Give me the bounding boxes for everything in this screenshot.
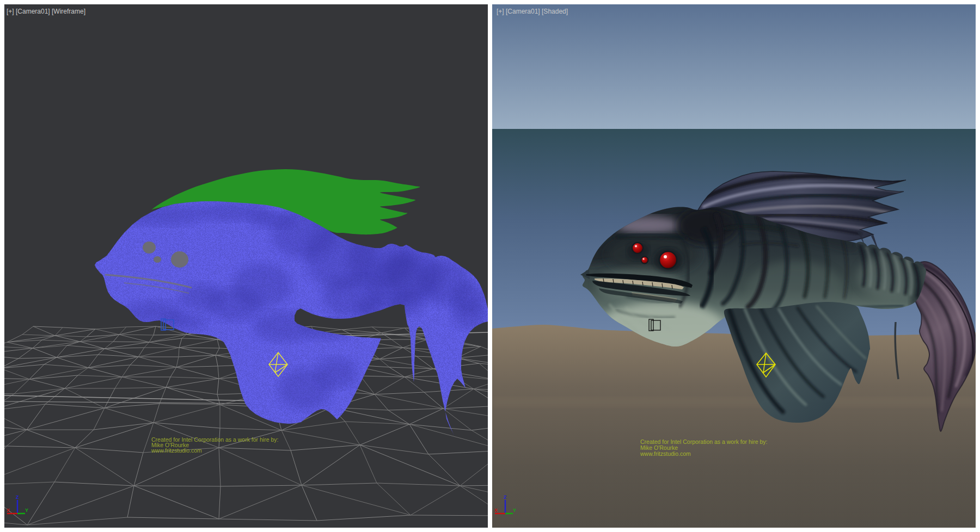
svg-text:[+] [Camera01] [Wireframe]: [+] [Camera01] [Wireframe] [7,8,85,15]
svg-text:www.fritzstudio.com: www.fritzstudio.com [640,450,691,457]
svg-text:X: X [494,508,498,513]
svg-text:[+] [Camera01] [Shaded]: [+] [Camera01] [Shaded] [497,8,568,15]
svg-text:X: X [7,508,10,513]
svg-text:Z: Z [504,494,507,500]
svg-text:www.fritzstudio.com: www.fritzstudio.com [151,447,202,454]
svg-text:Y: Y [25,508,28,513]
svg-text:Z: Z [16,494,19,500]
svg-text:Y: Y [513,508,516,513]
